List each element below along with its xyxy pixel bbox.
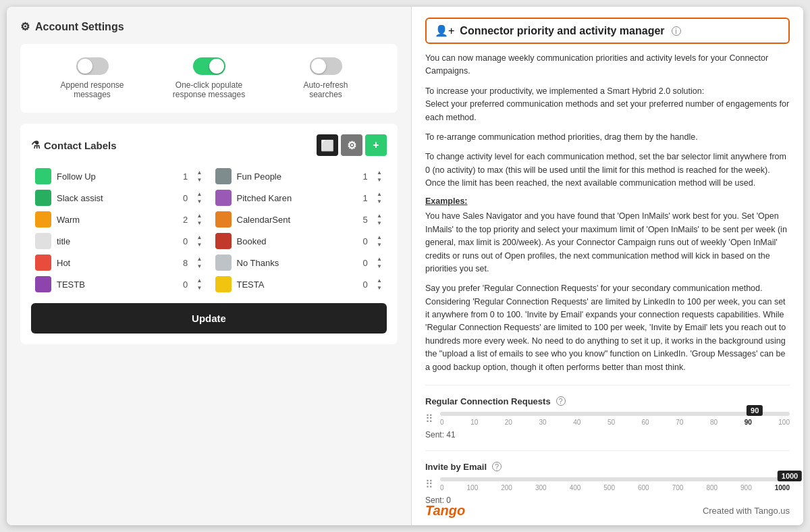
slider-invite-by-email: Invite by Email ? ⠿ 1000 0 100 200 300 4…	[425, 450, 790, 505]
spin-up[interactable]: ▲	[196, 256, 203, 263]
spin-btn[interactable]: ▲ ▼	[376, 256, 383, 270]
spin-btn[interactable]: ▲ ▼	[196, 213, 203, 227]
drag-handle-2[interactable]: ⠿	[425, 478, 433, 491]
spin-btn[interactable]: ▲ ▼	[196, 256, 203, 270]
toggle-autorefresh-switch[interactable]	[310, 57, 342, 75]
label-count: 1	[360, 171, 371, 182]
slider-connection-requests: Regular Connection Requests ? ⠿ 90 0 10 …	[425, 385, 790, 440]
label-count: 8	[180, 258, 191, 268]
connector-icon: 👤+	[435, 24, 454, 37]
tango-logo: Tango	[425, 503, 465, 518]
spin-btn[interactable]: ▲ ▼	[196, 234, 203, 248]
slider-1-ticks: 0 10 20 30 40 50 60 70 80 90 100	[440, 419, 790, 426]
spin-up[interactable]: ▲	[376, 277, 383, 284]
label-name: TESTA	[237, 280, 355, 290]
label-count: 0	[360, 236, 371, 246]
spin-down[interactable]: ▼	[376, 263, 383, 270]
spin-up[interactable]: ▲	[196, 169, 203, 176]
spin-up[interactable]: ▲	[196, 277, 203, 284]
spin-down[interactable]: ▼	[196, 285, 203, 292]
spin-up[interactable]: ▲	[376, 256, 383, 263]
contact-labels-header: ⚗ Contact Labels ⬜ ⚙ +	[31, 134, 387, 156]
slider-2-track[interactable]: 1000	[440, 477, 790, 481]
para-1: You can now manage weekly communication …	[425, 52, 790, 78]
slider-1-thumb[interactable]: 90	[747, 405, 763, 416]
label-row: Pitched Karen 1 ▲ ▼	[211, 187, 387, 209]
spin-down[interactable]: ▼	[196, 242, 203, 248]
slider-2-thumb[interactable]: 1000	[778, 471, 802, 481]
para-4: To change activity level for each commun…	[425, 151, 790, 190]
label-count: 1	[180, 171, 191, 182]
spin-up[interactable]: ▲	[196, 234, 203, 241]
label-count: 2	[180, 215, 191, 225]
account-settings-label: Account Settings	[35, 21, 124, 33]
spin-down[interactable]: ▼	[376, 242, 383, 248]
copy-button[interactable]: ⬜	[317, 134, 338, 156]
spin-down[interactable]: ▼	[196, 177, 203, 184]
label-count: 5	[360, 215, 371, 225]
spin-up[interactable]: ▲	[196, 213, 203, 219]
spin-btn[interactable]: ▲ ▼	[196, 191, 203, 205]
spin-down[interactable]: ▼	[376, 285, 383, 292]
label-color	[35, 255, 51, 271]
spin-btn[interactable]: ▲ ▼	[376, 234, 383, 248]
label-row: Booked 0 ▲ ▼	[211, 230, 387, 252]
label-row: Slack assist 0 ▲ ▼	[31, 187, 207, 209]
label-name: Hot	[57, 258, 175, 268]
label-color	[35, 211, 51, 228]
right-labels-column: Fun People 1 ▲ ▼ Pitched Karen 1 ▲	[211, 165, 387, 295]
spin-down[interactable]: ▼	[196, 220, 203, 227]
slider-1-track[interactable]: 90	[440, 412, 790, 416]
label-row: CalendarSent 5 ▲ ▼	[211, 209, 387, 230]
toggle-oneclick-switch[interactable]	[193, 57, 225, 75]
label-name: Booked	[237, 236, 355, 246]
update-button[interactable]: Update	[31, 303, 387, 334]
spin-btn[interactable]: ▲ ▼	[376, 277, 383, 292]
connector-info-icon: i	[672, 26, 681, 36]
spin-up[interactable]: ▲	[376, 234, 383, 241]
label-row: title 0 ▲ ▼	[31, 230, 207, 252]
spin-up[interactable]: ▲	[196, 191, 203, 198]
label-row: Fun People 1 ▲ ▼	[211, 165, 387, 187]
spin-down[interactable]: ▼	[196, 198, 203, 205]
drag-handle-1[interactable]: ⠿	[425, 413, 433, 425]
spin-down[interactable]: ▼	[196, 263, 203, 270]
label-name: TESTB	[57, 280, 175, 290]
spin-down[interactable]: ▼	[376, 177, 383, 184]
footer: Tango Created with Tango.us	[412, 503, 803, 518]
label-row: Hot 8 ▲ ▼	[31, 252, 207, 273]
label-row: Follow Up 1 ▲ ▼	[31, 165, 207, 187]
spin-btn[interactable]: ▲ ▼	[376, 191, 383, 205]
spin-up[interactable]: ▲	[376, 213, 383, 219]
label-name: Pitched Karen	[237, 193, 355, 203]
spin-btn[interactable]: ▲ ▼	[196, 277, 203, 292]
toggle-autorefresh-label: Auto-refresh searches	[289, 80, 363, 99]
label-color	[35, 190, 51, 206]
flask-icon: ⚗	[31, 139, 40, 151]
settings-button[interactable]: ⚙	[341, 134, 362, 156]
spin-btn[interactable]: ▲ ▼	[196, 169, 203, 184]
account-settings-title: ⚙ Account Settings	[20, 20, 398, 33]
spin-up[interactable]: ▲	[376, 169, 383, 176]
slider-1-sent: Sent: 41	[425, 430, 790, 440]
spin-up[interactable]: ▲	[376, 191, 383, 198]
spin-down[interactable]: ▼	[376, 220, 383, 227]
label-color	[215, 255, 232, 271]
spin-btn[interactable]: ▲ ▼	[376, 213, 383, 227]
toggle-append-switch[interactable]	[76, 57, 109, 75]
toggle-oneclick-label: One-click populate response messages	[172, 80, 246, 99]
label-color	[215, 168, 232, 184]
label-color	[215, 276, 232, 292]
label-name: Follow Up	[57, 171, 175, 182]
label-name: CalendarSent	[237, 215, 355, 225]
label-color	[35, 276, 51, 292]
spin-btn[interactable]: ▲ ▼	[376, 169, 383, 184]
toggle-autorefresh: Auto-refresh searches	[289, 57, 363, 99]
left-panel: ⚙ Account Settings Append response messa…	[7, 7, 412, 525]
add-label-button[interactable]: +	[365, 134, 387, 156]
label-name: Warm	[57, 215, 175, 225]
spin-down[interactable]: ▼	[376, 198, 383, 205]
slider-1-track-wrapper: 90 0 10 20 30 40 50 60 70 80 90 100	[440, 412, 790, 426]
label-row: Warm 2 ▲ ▼	[31, 209, 207, 230]
toggle-append-label: Append response messages	[55, 80, 130, 99]
